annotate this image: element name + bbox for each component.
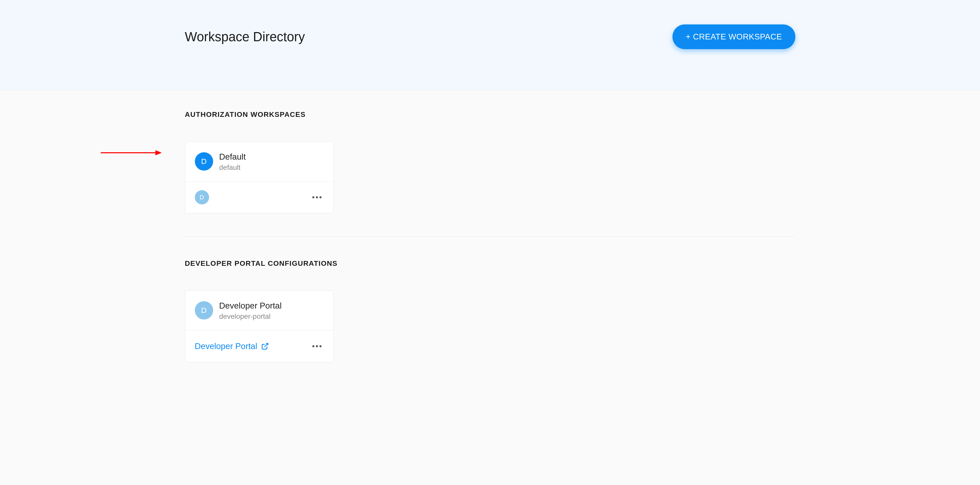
annotation-arrow <box>101 149 162 158</box>
workspace-footer-avatar: D <box>195 190 209 204</box>
devportal-avatar: D <box>195 301 213 319</box>
header-band: Workspace Directory + CREATE WORKSPACE <box>0 0 980 90</box>
page-container: Workspace Directory + CREATE WORKSPACE A… <box>0 0 980 485</box>
create-workspace-button[interactable]: + CREATE WORKSPACE <box>673 24 795 49</box>
workspace-avatar: D <box>195 152 213 171</box>
workspace-card-header: D Default default <box>185 142 333 182</box>
workspace-card-subtitle: default <box>219 163 246 172</box>
devportal-card-subtitle: developer-portal <box>219 313 282 321</box>
svg-marker-2 <box>155 150 162 155</box>
workspace-card-footer: D <box>185 182 333 213</box>
ellipsis-icon <box>312 196 321 198</box>
developer-portal-section: DEVELOPER PORTAL CONFIGURATIONS D Develo… <box>185 259 795 362</box>
ellipsis-icon <box>312 345 321 347</box>
page-title: Workspace Directory <box>185 29 305 44</box>
authorization-workspaces-section: AUTHORIZATION WORKSPACES D Default defau… <box>185 110 795 213</box>
devportal-link-label: Developer Portal <box>195 341 258 351</box>
main-content: AUTHORIZATION WORKSPACES D Default defau… <box>175 90 805 362</box>
section-label-devportal: DEVELOPER PORTAL CONFIGURATIONS <box>185 259 795 268</box>
devportal-card-footer: Developer Portal <box>185 330 333 362</box>
section-label-authorization: AUTHORIZATION WORKSPACES <box>185 110 795 119</box>
devportal-card[interactable]: D Developer Portal developer-portal Deve… <box>185 290 333 362</box>
workspace-more-menu-button[interactable] <box>310 194 323 200</box>
workspace-card-default[interactable]: D Default default D <box>185 142 333 213</box>
external-link-icon <box>261 342 269 350</box>
devportal-link[interactable]: Developer Portal <box>195 341 269 351</box>
workspace-card-title: Default <box>219 152 246 163</box>
devportal-more-menu-button[interactable] <box>310 343 323 349</box>
svg-line-0 <box>264 343 268 347</box>
devportal-card-title: Developer Portal <box>219 300 282 311</box>
devportal-card-header: D Developer Portal developer-portal <box>185 291 333 330</box>
